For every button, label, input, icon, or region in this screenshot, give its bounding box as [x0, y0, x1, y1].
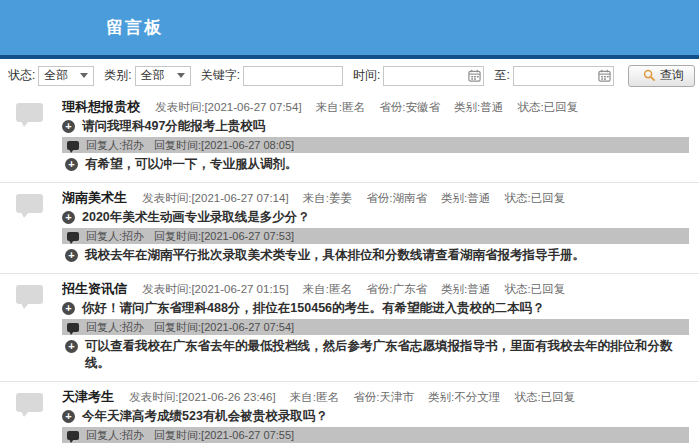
time-from-input[interactable] [384, 68, 468, 84]
keyword-input[interactable] [243, 66, 343, 86]
status-label: 状态: [8, 67, 35, 84]
message-province: 省份:广东省 [366, 283, 427, 295]
time-from-field [383, 66, 484, 86]
reply-meta-bar: 回复人:招办 回复时间:[2021-06-27 07:53] [62, 228, 689, 244]
reply-row: + 我校去年在湖南平行批次录取美术类专业，具体排位和分数线请查看湖南省报考指导手… [62, 247, 689, 264]
time-label: 时间: [353, 67, 380, 84]
status-select[interactable]: 全部 [38, 66, 94, 86]
message-item: 天津考生 发表时间:[2021-06-26 23:46] 来自:匿名 省份:天津… [0, 382, 699, 445]
search-button[interactable]: 查询 [628, 65, 695, 87]
search-button-label: 查询 [660, 67, 684, 84]
message-bubble-icon [16, 285, 43, 304]
question-row: + 请问我理科497分能报考上贵校吗 [62, 118, 689, 135]
reply-text: 我校去年在湖南平行批次录取美术类专业，具体排位和分数线请查看湖南省报考指导手册。 [85, 247, 585, 264]
message-title-row: 天津考生 发表时间:[2021-06-26 23:46] 来自:匿名 省份:天津… [62, 389, 689, 405]
message-province: 省份:安徽省 [379, 101, 440, 113]
reply-time: 回复时间:[2021-06-27 07:54] [154, 319, 294, 335]
message-title-row: 理科想报贵校 发表时间:[2021-06-27 07:54] 来自:匿名 省份:… [62, 99, 689, 115]
message-posted-time: 发表时间:[2021-06-27 07:14] [142, 192, 288, 204]
question-row: + 2020年美术生动画专业录取线是多少分？ [62, 209, 689, 226]
question-text: 请问我理科497分能报考上贵校吗 [82, 118, 265, 135]
expand-icon[interactable]: + [65, 158, 78, 171]
message-title-row: 湖南美术生 发表时间:[2021-06-27 07:14] 来自:姜姜 省份:湖… [62, 190, 689, 206]
message-posted-time: 发表时间:[2021-06-27 07:54] [155, 101, 301, 113]
expand-icon[interactable]: + [65, 249, 78, 262]
message-title[interactable]: 招生资讯信 [62, 281, 127, 296]
question-text: 2020年美术生动画专业录取线是多少分？ [82, 209, 310, 226]
reply-time: 回复时间:[2021-06-27 07:53] [154, 228, 294, 244]
reply-text: 可以查看我校在广东省去年的最低投档线，然后参考广东省志愿填报指导书，里面有我校去… [85, 338, 689, 372]
expand-icon[interactable]: + [62, 211, 75, 224]
message-category: 类别:不分文理 [428, 391, 500, 403]
reply-meta-bar: 回复人:招办 回复时间:[2021-06-27 08:05] [62, 137, 689, 153]
message-status: 状态:已回复 [515, 391, 576, 403]
message-category: 类别:普通 [454, 101, 503, 113]
message-posted-time: 发表时间:[2021-06-27 01:15] [142, 283, 288, 295]
status-select-value: 全部 [44, 67, 68, 84]
reply-person: 回复人:招办 [86, 137, 144, 153]
message-title[interactable]: 湖南美术生 [62, 190, 127, 205]
question-row: + 你好！请问广东省理科488分，排位在150456的考生。有希望能进入贵校的二… [62, 300, 689, 317]
message-posted-time: 发表时间:[2021-06-26 23:46] [129, 391, 275, 403]
message-item: 湖南美术生 发表时间:[2021-06-27 07:14] 来自:姜姜 省份:湖… [0, 183, 699, 274]
expand-icon[interactable]: + [62, 410, 75, 423]
reply-person: 回复人:招办 [86, 427, 144, 443]
question-row: + 今年天津高考成绩523有机会被贵校录取吗？ [62, 408, 689, 425]
expand-icon[interactable]: + [62, 120, 75, 133]
time-to-field [513, 66, 614, 86]
reply-meta-bar: 回复人:招办 回复时间:[2021-06-27 07:54] [62, 319, 689, 335]
reply-time: 回复时间:[2021-06-27 08:05] [154, 137, 294, 153]
reply-bubble-icon [67, 232, 79, 241]
reply-row: + 有希望，可以冲一下，专业服从调剂。 [62, 156, 689, 173]
to-label: 至: [494, 67, 509, 84]
question-text: 你好！请问广东省理科488分，排位在150456的考生。有希望能进入贵校的二本吗… [82, 300, 545, 317]
reply-person: 回复人:招办 [86, 319, 144, 335]
search-icon [643, 69, 656, 82]
message-province: 省份:湖南省 [366, 192, 427, 204]
reply-person: 回复人:招办 [86, 228, 144, 244]
filter-bar: 状态: 全部 类别: 全部 关键字: 时间: 至: [0, 59, 699, 92]
chevron-down-icon [80, 73, 88, 78]
message-category: 类别:普通 [441, 283, 490, 295]
message-status: 状态:已回复 [505, 192, 566, 204]
message-title[interactable]: 理科想报贵校 [62, 99, 140, 114]
message-item: 招生资讯信 发表时间:[2021-06-27 01:15] 来自:匿名 省份:广… [0, 274, 699, 382]
reply-bubble-icon [67, 323, 79, 332]
message-bubble-icon [16, 194, 43, 213]
question-text: 今年天津高考成绩523有机会被贵校录取吗？ [82, 408, 328, 425]
message-title[interactable]: 天津考生 [62, 389, 114, 404]
page-header: 留言板 [0, 0, 699, 55]
expand-icon[interactable]: + [62, 302, 75, 315]
reply-meta-bar: 回复人:招办 回复时间:[2021-06-27 07:55] [62, 427, 689, 443]
keyword-label: 关键字: [201, 67, 240, 84]
calendar-icon[interactable] [598, 69, 611, 82]
message-from: 来自:匿名 [316, 101, 365, 113]
message-status: 状态:已回复 [518, 101, 579, 113]
message-board-page: 留言板 状态: 全部 类别: 全部 关键字: 时间: 至: [0, 0, 699, 445]
message-bubble-icon [16, 103, 43, 122]
category-label: 类别: [104, 67, 131, 84]
message-from: 来自:匿名 [303, 283, 352, 295]
time-to-input[interactable] [514, 68, 598, 84]
reply-bubble-icon [67, 431, 79, 440]
message-title-row: 招生资讯信 发表时间:[2021-06-27 01:15] 来自:匿名 省份:广… [62, 281, 689, 297]
reply-row: + 可以查看我校在广东省去年的最低投档线，然后参考广东省志愿填报指导书，里面有我… [62, 338, 689, 372]
category-select[interactable]: 全部 [135, 66, 191, 86]
message-item: 理科想报贵校 发表时间:[2021-06-27 07:54] 来自:匿名 省份:… [0, 92, 699, 183]
reply-bubble-icon [67, 141, 79, 150]
message-from: 来自:姜姜 [303, 192, 352, 204]
category-select-value: 全部 [141, 67, 165, 84]
message-status: 状态:已回复 [505, 283, 566, 295]
chevron-down-icon [177, 73, 185, 78]
message-category: 类别:普通 [441, 192, 490, 204]
reply-text: 有希望，可以冲一下，专业服从调剂。 [85, 156, 298, 173]
expand-icon[interactable]: + [65, 340, 78, 353]
reply-time: 回复时间:[2021-06-27 07:55] [154, 427, 294, 443]
message-province: 省份:天津市 [353, 391, 414, 403]
page-title: 留言板 [0, 0, 699, 55]
calendar-icon[interactable] [468, 69, 481, 82]
message-bubble-icon [16, 393, 43, 412]
message-from: 来自:匿名 [290, 391, 339, 403]
